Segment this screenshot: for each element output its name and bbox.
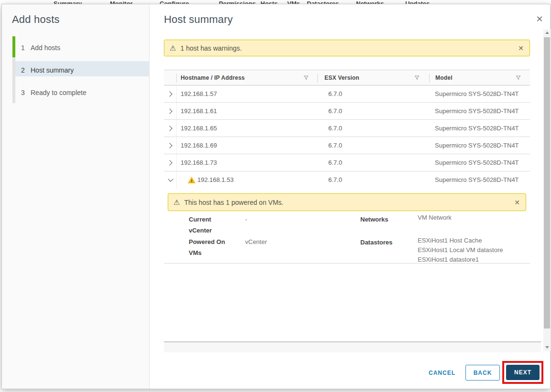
esx-version-cell: 6.7.0 — [328, 176, 342, 183]
filter-icon[interactable] — [516, 75, 521, 80]
wizard-title: Add hosts — [12, 13, 60, 26]
host-warning-banner: ⚠ This host has 1 powered on VMs. ✕ — [168, 193, 526, 211]
tab-summary[interactable]: Summary — [54, 0, 82, 4]
step-number: 1 — [19, 44, 27, 52]
tab-permissions[interactable]: Permissions — [219, 0, 256, 4]
filter-icon[interactable] — [414, 75, 420, 80]
step-label: Host summary — [31, 66, 74, 74]
datastore-value: ESXiHost1 Local VM datastore — [418, 245, 503, 255]
column-separator — [429, 74, 430, 83]
expand-row-icon[interactable] — [167, 108, 174, 115]
red-annotation-box: NEXT — [502, 361, 543, 384]
hostname-cell: 192.168.1.69 — [181, 142, 217, 149]
close-dialog-icon[interactable]: ✕ — [533, 13, 546, 25]
tab-vms[interactable]: VMs — [287, 0, 300, 4]
table-row[interactable]: 192.168.1.65 6.7.0 Supermicro SYS-5028D-… — [164, 120, 530, 137]
model-cell: Supermicro SYS-5028D-TN4T — [435, 176, 519, 183]
esx-version-cell: 6.7.0 — [328, 90, 342, 97]
esx-version-cell: 6.7.0 — [328, 107, 342, 115]
model-cell: Supermicro SYS-5028D-TN4T — [435, 125, 519, 132]
tab-monitor[interactable]: Monitor — [110, 0, 133, 4]
background-tab-bar: Summary Monitor Configure Permissions Ho… — [0, 0, 551, 4]
table-header: Hostname / IP Address ESX Version Model — [164, 70, 530, 85]
column-separator — [317, 74, 318, 83]
warning-text: 1 host has warnings. — [180, 44, 241, 52]
step-number: 3 — [19, 89, 27, 96]
page-title: Host summary — [164, 13, 233, 26]
model-cell: Supermicro SYS-5028D-TN4T — [435, 107, 519, 115]
tab-datastores[interactable]: Datastores — [307, 0, 339, 4]
arrow-up-icon — [545, 32, 549, 34]
arrow-down-icon — [545, 346, 549, 349]
expand-row-icon[interactable] — [167, 160, 174, 167]
model-cell: Supermicro SYS-5028D-TN4T — [435, 142, 519, 149]
sidebar-step-ready-to-complete[interactable]: 3 Ready to complete — [12, 81, 149, 104]
step-number: 2 — [19, 66, 27, 74]
current-vcenter-label: Current vCenter — [189, 214, 229, 236]
wizard-steps-sidebar: Add hosts 1 Add hosts 2 Host summary 3 R… — [2, 4, 150, 389]
table-row[interactable]: 192.168.1.61 6.7.0 Supermicro SYS-5028D-… — [164, 103, 530, 120]
cancel-button[interactable]: CANCEL — [422, 366, 462, 380]
next-button[interactable]: NEXT — [506, 365, 540, 380]
table-footer-strip — [164, 341, 541, 352]
hosts-warning-banner: ⚠ 1 host has warnings. ✕ — [164, 40, 530, 56]
tab-updates[interactable]: Updates — [405, 0, 430, 4]
model-cell: Supermicro SYS-5028D-TN4T — [435, 159, 519, 166]
vertical-scrollbar[interactable] — [543, 29, 551, 351]
step-label: Add hosts — [31, 44, 60, 52]
networks-value: VM Network — [418, 213, 452, 222]
datastores-label: Datastores — [360, 237, 392, 248]
expand-row-icon[interactable] — [167, 143, 174, 149]
column-header-model: Model — [435, 74, 453, 81]
hostname-cell: 192.168.1.73 — [181, 159, 217, 166]
column-header-hostname: Hostname / IP Address — [181, 74, 245, 81]
sidebar-step-add-hosts[interactable]: 1 Add hosts — [12, 36, 149, 59]
table-row[interactable]: 192.168.1.69 6.7.0 Supermicro SYS-5028D-… — [164, 137, 530, 154]
hostname-cell: 192.168.1.61 — [181, 107, 217, 115]
warning-icon: ⚠ — [170, 44, 176, 52]
filter-icon[interactable] — [303, 75, 309, 80]
warning-text: This host has 1 powered on VMs. — [184, 199, 283, 206]
table-row[interactable]: 192.168.1.57 6.7.0 Supermicro SYS-5028D-… — [164, 85, 530, 103]
expand-row-icon[interactable] — [167, 126, 174, 132]
banner-close-icon[interactable]: ✕ — [518, 44, 524, 52]
table-row[interactable]: 192.168.1.73 6.7.0 Supermicro SYS-5028D-… — [164, 154, 530, 171]
banner-close-icon[interactable]: ✕ — [514, 199, 520, 206]
esx-version-cell: 6.7.0 — [328, 125, 342, 132]
tab-configure[interactable]: Configure — [160, 0, 189, 4]
scrollbar-thumb[interactable] — [544, 37, 550, 328]
powered-on-vms-label: Powered On VMs — [189, 236, 232, 258]
sidebar-step-host-summary[interactable]: 2 Host summary — [12, 59, 149, 81]
add-hosts-wizard-dialog: Add hosts 1 Add hosts 2 Host summary 3 R… — [1, 4, 551, 389]
scroll-up-button[interactable] — [543, 29, 551, 36]
datastore-value: ESXiHost1 Host Cache — [418, 236, 482, 245]
hostname-cell: 192.168.1.57 — [181, 90, 217, 97]
row-warning-icon — [188, 177, 195, 183]
powered-on-vms-value: vCenter — [245, 237, 267, 247]
model-cell: Supermicro SYS-5028D-TN4T — [435, 90, 519, 97]
detail-divider — [164, 263, 530, 264]
esx-version-cell: 6.7.0 — [328, 142, 342, 149]
hostname-cell: 192.168.1.65 — [181, 125, 217, 132]
tab-networks[interactable]: Networks — [356, 0, 384, 4]
host-summary-table: Hostname / IP Address ESX Version Model … — [164, 70, 530, 264]
warning-icon: ⚠ — [173, 199, 180, 206]
tab-hosts[interactable]: Hosts — [260, 0, 278, 4]
column-header-esx-version: ESX Version — [324, 74, 359, 81]
scroll-down-button[interactable] — [543, 344, 551, 351]
hostname-cell: 192.168.1.53 — [197, 176, 234, 183]
collapse-row-icon[interactable] — [167, 177, 174, 184]
column-separator — [176, 74, 177, 83]
networks-label: Networks — [360, 214, 389, 225]
back-button[interactable]: BACK — [465, 365, 500, 381]
expand-row-icon[interactable] — [167, 91, 174, 98]
table-row-expanded[interactable]: 192.168.1.53 6.7.0 Supermicro SYS-5028D-… — [164, 171, 530, 190]
esx-version-cell: 6.7.0 — [328, 159, 342, 166]
current-vcenter-value: - — [245, 215, 247, 224]
step-label: Ready to complete — [31, 89, 86, 96]
